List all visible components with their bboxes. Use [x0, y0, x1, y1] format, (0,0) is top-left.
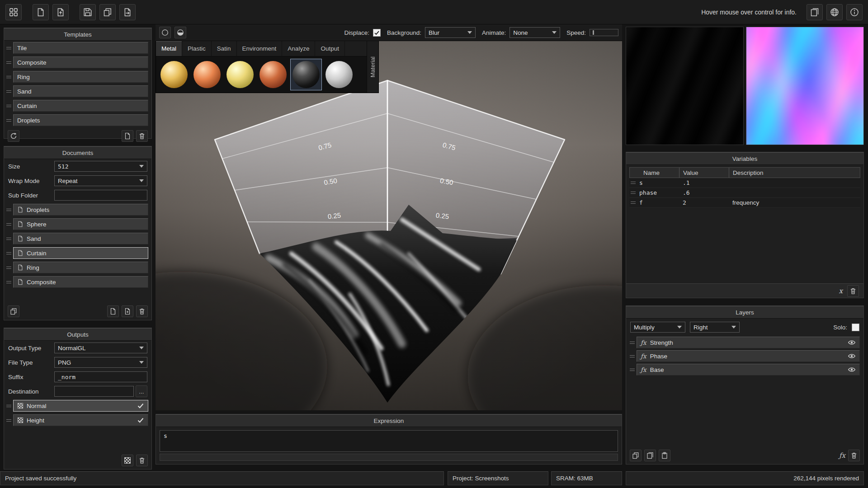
blend-mode-dropdown[interactable]: Multiply — [630, 322, 685, 333]
material-swatch-brass[interactable] — [224, 59, 256, 90]
document-item[interactable]: Composite — [6, 276, 148, 288]
normal-map-preview[interactable] — [746, 27, 864, 145]
drag-handle-icon[interactable] — [6, 90, 11, 93]
size-dropdown[interactable]: 512 — [54, 161, 147, 172]
tab-metal[interactable]: Metal — [156, 41, 182, 56]
visibility-eye-icon[interactable] — [848, 366, 856, 374]
tab-satin[interactable]: Satin — [212, 41, 237, 56]
drag-handle-icon[interactable] — [6, 238, 11, 240]
save-icon[interactable] — [80, 4, 96, 20]
drag-handle-icon[interactable] — [6, 267, 11, 269]
checker-icon[interactable] — [122, 455, 133, 466]
visibility-eye-icon[interactable] — [848, 352, 856, 360]
expression-secondary-bar[interactable] — [160, 454, 618, 461]
file-type-dropdown[interactable]: PNG — [54, 357, 147, 368]
document-item-selected[interactable]: Curtain — [6, 247, 148, 259]
duplicate-document-icon[interactable] — [8, 305, 19, 317]
open-document-icon[interactable] — [52, 4, 69, 20]
material-swatch-bronze[interactable] — [257, 59, 289, 90]
drag-handle-icon[interactable] — [6, 281, 11, 283]
delete-output-icon[interactable] — [136, 455, 148, 466]
drag-handle-icon[interactable] — [6, 61, 11, 64]
drag-handle-icon[interactable] — [629, 192, 636, 194]
visibility-eye-icon[interactable] — [848, 338, 856, 347]
paste-layer-icon[interactable] — [659, 450, 670, 461]
solo-checkbox[interactable] — [852, 324, 859, 331]
animate-dropdown[interactable]: None — [509, 27, 560, 38]
document-item[interactable]: Droplets — [6, 204, 148, 216]
variable-row[interactable]: phase .6 — [629, 188, 860, 198]
background-dropdown[interactable]: Blur — [425, 27, 476, 38]
viewport-scene[interactable]: 0.75 0.50 0.25 0.75 0.50 0.25 — [156, 41, 622, 410]
template-item[interactable]: Curtain — [6, 100, 148, 112]
template-item[interactable]: Droplets — [6, 114, 148, 126]
layer-item[interactable]: ƒx Strength — [630, 337, 860, 348]
output-item[interactable]: Height — [6, 414, 148, 426]
template-item[interactable]: Tile — [6, 42, 148, 54]
delete-variable-icon[interactable] — [847, 285, 859, 297]
material-swatch-gold[interactable] — [158, 59, 190, 90]
refresh-icon[interactable] — [8, 130, 19, 142]
sphere-preview-icon[interactable] — [159, 27, 171, 38]
template-item[interactable]: Sand — [6, 85, 148, 97]
app-grid-icon[interactable] — [5, 4, 22, 20]
drag-handle-icon[interactable] — [630, 369, 635, 371]
sub-folder-input[interactable] — [54, 190, 147, 201]
variable-row[interactable]: f 2 frequency — [629, 198, 860, 208]
pages-icon[interactable] — [807, 4, 823, 20]
drag-handle-icon[interactable] — [6, 119, 11, 122]
output-item-selected[interactable]: Normal — [6, 400, 148, 412]
template-trash-icon[interactable] — [136, 130, 148, 142]
tab-analyze[interactable]: Analyze — [282, 41, 315, 56]
drag-handle-icon[interactable] — [6, 76, 11, 78]
drag-handle-icon[interactable] — [6, 105, 11, 107]
tab-environment[interactable]: Environment — [237, 41, 283, 56]
browse-button[interactable]: ... — [136, 385, 147, 397]
add-fx-layer-icon[interactable]: ƒx — [839, 451, 845, 460]
height-map-preview[interactable] — [626, 27, 744, 145]
tab-plastic[interactable]: Plastic — [182, 41, 212, 56]
drag-handle-icon[interactable] — [6, 223, 11, 225]
document-item[interactable]: Ring — [6, 262, 148, 273]
speed-slider[interactable] — [590, 29, 618, 36]
layer-item[interactable]: ƒx Phase — [630, 350, 860, 362]
tab-output[interactable]: Output — [315, 41, 345, 56]
delete-layer-icon[interactable] — [848, 450, 860, 461]
destination-input[interactable] — [54, 386, 134, 397]
template-item[interactable]: Composite — [6, 56, 148, 68]
document-item[interactable]: Sphere — [6, 218, 148, 230]
suffix-input[interactable]: _norm — [54, 371, 147, 382]
drag-handle-icon[interactable] — [6, 252, 11, 254]
new-document-icon[interactable] — [122, 305, 133, 317]
displace-checkbox[interactable] — [373, 29, 381, 37]
document-icon[interactable] — [107, 305, 119, 317]
duplicate-layer-icon[interactable] — [630, 450, 642, 461]
new-document-icon[interactable] — [33, 4, 49, 20]
drag-handle-icon[interactable] — [629, 202, 636, 204]
material-swatch-silver[interactable] — [323, 59, 355, 90]
expression-input[interactable]: s — [160, 430, 618, 452]
drag-handle-icon[interactable] — [629, 182, 636, 184]
layer-item[interactable]: ƒx Base — [630, 364, 860, 375]
add-variable-icon[interactable]: x — [839, 287, 843, 295]
template-item[interactable]: Ring — [6, 71, 148, 83]
save-copy-icon[interactable] — [99, 4, 116, 20]
document-item[interactable]: Sand — [6, 233, 148, 244]
viewport-3d[interactable]: 0.75 0.50 0.25 0.75 0.50 0.25 — [156, 41, 622, 410]
material-swatch-copper[interactable] — [191, 59, 223, 90]
output-type-dropdown[interactable]: NormalGL — [54, 343, 147, 353]
direction-dropdown[interactable]: Right — [690, 322, 740, 333]
drag-handle-icon[interactable] — [6, 419, 11, 422]
drag-handle-icon[interactable] — [630, 355, 635, 357]
variable-row[interactable]: s .1 — [629, 178, 860, 188]
hemisphere-preview-icon[interactable] — [175, 27, 186, 38]
drag-handle-icon[interactable] — [6, 47, 11, 49]
template-doc-icon[interactable] — [122, 130, 133, 142]
copy-layer-icon[interactable] — [644, 450, 656, 461]
delete-document-icon[interactable] — [136, 305, 148, 317]
globe-icon[interactable] — [826, 4, 843, 20]
drag-handle-icon[interactable] — [6, 405, 11, 407]
drag-handle-icon[interactable] — [630, 342, 635, 344]
export-icon[interactable] — [119, 4, 136, 20]
slider-thumb[interactable] — [593, 30, 594, 35]
